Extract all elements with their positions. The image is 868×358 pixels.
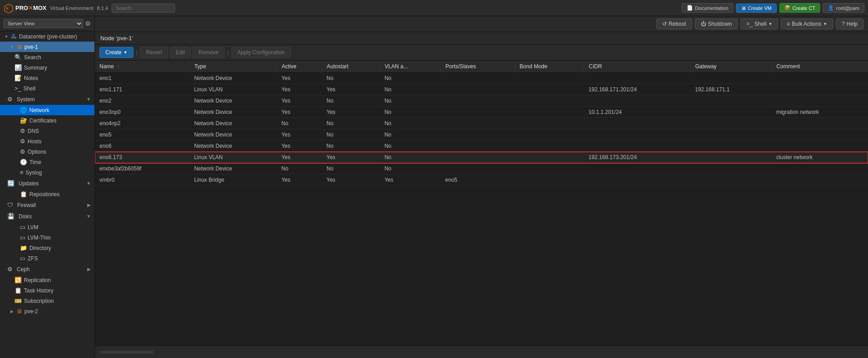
sidebar-item-pve2[interactable]: ▶ 🖥 pve-2 [0, 306, 94, 316]
sidebar-item-network[interactable]: 🌐 Network [0, 105, 94, 115]
updates-label: Updates [19, 180, 39, 187]
table-cell [584, 73, 690, 84]
table-row[interactable]: eno6.173Linux VLANYesYesNo192.168.173.20… [95, 152, 868, 163]
remove-button[interactable]: Remove [193, 47, 225, 58]
edit-button[interactable]: Edit [170, 47, 191, 58]
revert-button[interactable]: Revert [140, 47, 168, 58]
sidebar-item-repositories[interactable]: 📋 Repositories [0, 189, 94, 199]
table-cell [772, 129, 868, 141]
scroll-indicator[interactable] [99, 351, 154, 353]
sidebar-item-replication[interactable]: 🔁 Replication [0, 275, 94, 285]
help-button[interactable]: ? Help [836, 19, 863, 29]
table-cell: No [380, 141, 440, 152]
gear-icon[interactable]: ⚙ [85, 20, 91, 27]
table-cell: vmbr0 [95, 174, 189, 186]
col-vlan-aware[interactable]: VLAN a... [380, 61, 440, 73]
sidebar-item-certificates[interactable]: 🔐 Certificates [0, 115, 94, 126]
table-cell: Yes [322, 174, 380, 186]
sidebar-item-directory[interactable]: 📁 Directory [0, 243, 94, 253]
sidebar-item-lvm[interactable]: ▭ LVM [0, 222, 94, 232]
table-cell: Yes [277, 174, 322, 186]
create-button[interactable]: Create ▼ [99, 47, 133, 58]
sidebar-item-system[interactable]: ⚙ System ▼ [0, 94, 94, 105]
notes-icon: 📝 [14, 75, 22, 81]
sidebar-item-task-history[interactable]: 📋 Task History [0, 285, 94, 296]
sidebar-item-zfs[interactable]: ▭ ZFS [0, 253, 94, 264]
sidebar-item-updates[interactable]: 🔄 Updates ▼ [0, 178, 94, 189]
col-name[interactable]: Name ↑ [95, 61, 189, 73]
certificates-icon: 🔐 [20, 117, 27, 124]
table-row[interactable]: eno4np2Network DeviceNoNoNo [95, 118, 868, 129]
table-row[interactable]: eno6Network DeviceYesNoNo [95, 141, 868, 152]
table-cell [515, 174, 584, 186]
sidebar-item-time[interactable]: 🕐 Time [0, 157, 94, 167]
col-comment[interactable]: Comment [772, 61, 868, 73]
col-bond-mode[interactable]: Bond Mode [515, 61, 584, 73]
shell-icon: >_ [14, 85, 21, 92]
apply-config-button[interactable]: Apply Configuration [231, 47, 291, 58]
table-cell: No [277, 163, 322, 174]
sidebar-item-options[interactable]: ⚙ Options [0, 146, 94, 157]
col-active[interactable]: Active [277, 61, 322, 73]
col-type[interactable]: Type [189, 61, 277, 73]
table-cell: No [322, 95, 380, 107]
sidebar-item-summary[interactable]: 📊 Summary [0, 62, 94, 73]
table-cell [690, 152, 772, 163]
shutdown-button[interactable]: ⏻ Shutdown [695, 19, 738, 29]
table-row[interactable]: vmbr0Linux BridgeYesYesYeseno5 [95, 174, 868, 186]
col-gateway[interactable]: Gateway [690, 61, 772, 73]
table-row[interactable]: eno1Network DeviceYesNoNo [95, 73, 868, 84]
table-cell: Linux Bridge [189, 174, 277, 186]
search-input[interactable] [112, 4, 175, 13]
sidebar-item-firewall[interactable]: 🛡 Firewall ▶ [0, 199, 94, 211]
proxmox-logo-icon: ✕ [4, 3, 14, 13]
shell-top-button[interactable]: >_ Shell ▼ [741, 19, 778, 29]
main-area: Server View ⚙ ▼ 🖧 Datacenter (pve-cluste… [0, 16, 868, 358]
table-cell [772, 118, 868, 129]
reboot-button[interactable]: ↺ Reboot [656, 19, 692, 29]
sidebar-item-syslog[interactable]: ≡ Syslog [0, 167, 94, 178]
table-cell: Linux VLAN [189, 84, 277, 95]
status-bar [95, 345, 868, 358]
documentation-button[interactable]: 📄 Documentation [682, 3, 733, 13]
pve1-label: pve-1 [24, 44, 38, 50]
table-cell: migration network [772, 107, 868, 118]
table-row[interactable]: eno1.171Linux VLANYesYesNo192.168.171.20… [95, 84, 868, 95]
shell-label: Shell [24, 85, 36, 92]
table-row[interactable]: eno3np0Network DeviceYesYesNo10.1.1.201/… [95, 107, 868, 118]
col-autostart[interactable]: Autostart [322, 61, 380, 73]
sidebar-item-dns[interactable]: ⚙ DNS [0, 126, 94, 136]
firewall-label: Firewall [17, 202, 36, 208]
sidebar-item-subscription[interactable]: 🎫 Subscription [0, 296, 94, 306]
view-selector[interactable]: Server View [4, 19, 83, 28]
topbar-left: ✕ PRO✕MOX Virtual Environment 8.1.4 [4, 3, 175, 13]
table-cell [515, 141, 584, 152]
pve2-label: pve-2 [24, 308, 38, 315]
topbar: ✕ PRO✕MOX Virtual Environment 8.1.4 📄 Do… [0, 0, 868, 16]
table-cell [441, 163, 515, 174]
sidebar-item-hosts[interactable]: ⚙ Hosts [0, 136, 94, 146]
table-cell [441, 95, 515, 107]
sidebar-item-ceph[interactable]: ⚙ Ceph ▶ [0, 264, 94, 275]
sidebar-item-datacenter[interactable]: ▼ 🖧 Datacenter (pve-cluster) [0, 31, 94, 42]
pve2-expand-icon: ▶ [9, 309, 14, 314]
table-cell: eno1.171 [95, 84, 189, 95]
system-arrow-icon: ▼ [86, 97, 91, 102]
create-vm-button[interactable]: 🖥 Create VM [736, 4, 777, 13]
table-row[interactable]: eno2Network DeviceYesNoNo [95, 95, 868, 107]
sidebar-item-lvm-thin[interactable]: ▭ LVM-Thin [0, 232, 94, 243]
certificates-label: Certificates [29, 118, 57, 124]
sidebar-item-shell[interactable]: >_ Shell [0, 83, 94, 94]
col-ports-slaves[interactable]: Ports/Slaves [441, 61, 515, 73]
sidebar-item-search[interactable]: 🔍 Search [0, 52, 94, 62]
col-cidr[interactable]: CIDR [584, 61, 690, 73]
user-button[interactable]: 👤 root@pam [823, 3, 864, 13]
sidebar-item-notes[interactable]: 📝 Notes [0, 73, 94, 83]
table-row[interactable]: eno5Network DeviceYesNoNo [95, 129, 868, 141]
directory-label: Directory [29, 245, 51, 251]
sidebar-item-pve1[interactable]: ▼ 🖥 pve-1 [0, 42, 94, 52]
sidebar-item-disks[interactable]: 💾 Disks ▼ [0, 211, 94, 222]
table-row[interactable]: enxbe3af2b6059fNetwork DeviceNoNoNo [95, 163, 868, 174]
create-ct-button[interactable]: 📦 Create CT [779, 3, 821, 13]
bulk-actions-button[interactable]: ≡ Bulk Actions ▼ [781, 19, 833, 29]
